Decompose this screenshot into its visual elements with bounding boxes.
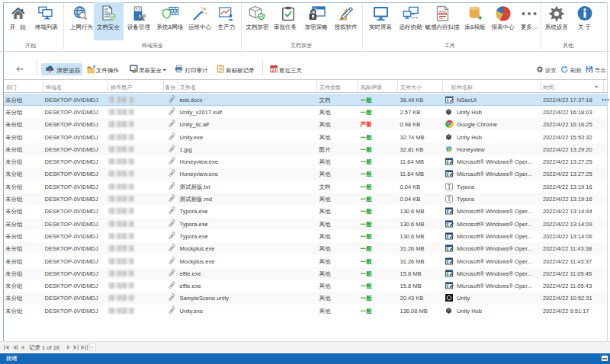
- svg-text:T: T: [447, 196, 451, 203]
- svg-text:T: T: [447, 183, 451, 190]
- svg-text:23: 23: [271, 68, 276, 72]
